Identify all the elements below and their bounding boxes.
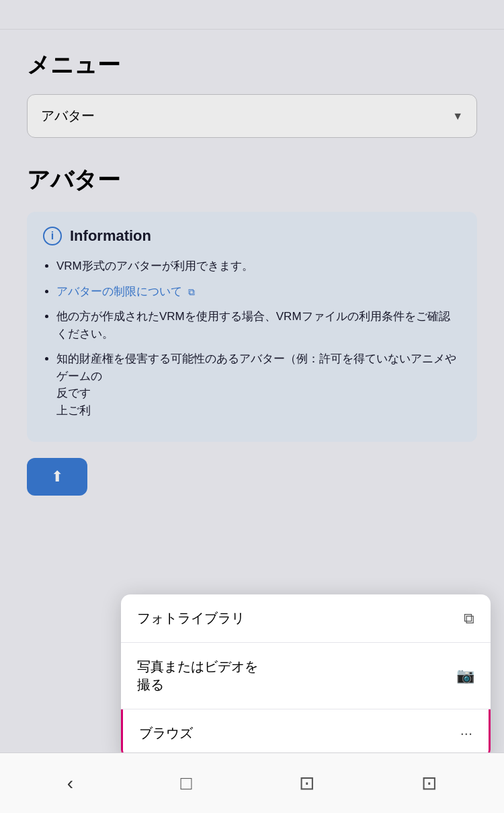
share-icon: ⊡ — [421, 772, 437, 794]
bookmark-icon: ⊡ — [299, 772, 314, 794]
page-container: メニュー アバター ▼ アバター i Information VRM形式のアバタ… — [0, 0, 504, 813]
back-icon: ‹ — [67, 773, 73, 794]
home-nav-button[interactable]: □ — [180, 773, 192, 794]
more-icon: ··· — [460, 725, 472, 742]
list-item-link[interactable]: アバターの制限について ⧉ — [56, 283, 461, 301]
avatar-dropdown[interactable]: アバター ▼ — [27, 94, 477, 138]
context-menu-item-browse[interactable]: ブラウズ ··· — [121, 709, 491, 759]
external-link-icon: ⧉ — [188, 286, 195, 297]
context-menu-item-photo-library[interactable]: フォトライブラリ ⧉ — [121, 594, 491, 643]
info-list: VRM形式のアバターが利用できます。 アバターの制限について ⧉ 他の方が作成さ… — [43, 258, 461, 419]
list-item-vrm: VRM形式のアバターが利用できます。 — [56, 258, 461, 275]
home-icon: □ — [180, 773, 192, 794]
top-bar — [0, 0, 504, 30]
share-nav-button[interactable]: ⊡ — [421, 772, 437, 794]
photo-library-label: フォトライブラリ — [137, 609, 245, 627]
main-content: メニュー アバター ▼ アバター i Information VRM形式のアバタ… — [0, 30, 504, 509]
photo-library-icon: ⧉ — [464, 610, 474, 627]
camera-icon: 📷 — [456, 667, 474, 685]
info-card-header: i Information — [43, 227, 461, 245]
context-menu-item-take-photo[interactable]: 写真またはビデオを撮る 📷 — [121, 643, 491, 709]
menu-section: メニュー アバター ▼ — [27, 50, 477, 138]
info-icon: i — [43, 227, 62, 245]
browse-label: ブラウズ — [139, 724, 193, 742]
back-button[interactable]: ‹ — [67, 773, 73, 794]
avatar-limit-link[interactable]: アバターの制限について ⧉ — [56, 285, 195, 298]
list-item-vrm-terms: 他の方が作成されたVRMを使用する場合、VRMファイルの利用条件をご確認ください… — [56, 308, 461, 342]
take-photo-label: 写真またはビデオを撮る — [137, 658, 258, 694]
chevron-down-icon: ▼ — [452, 110, 463, 122]
menu-section-title: メニュー — [27, 50, 477, 81]
info-card: i Information VRM形式のアバターが利用できます。 アバターの制限… — [27, 212, 477, 442]
info-card-title: Information — [70, 227, 151, 245]
bottom-nav: ‹ □ ⊡ ⊡ — [0, 752, 504, 813]
avatar-section: アバター i Information VRM形式のアバターが利用できます。 アバ… — [27, 165, 477, 496]
bookmark-nav-button[interactable]: ⊡ — [299, 772, 314, 794]
context-menu: フォトライブラリ ⧉ 写真またはビデオを撮る 📷 ブラウズ ··· — [121, 594, 491, 759]
upload-button[interactable]: ⬆ — [27, 458, 87, 496]
dropdown-selected-value: アバター — [41, 107, 95, 125]
list-item-ip: 知的財産権を侵害する可能性のあるアバター（例：許可を得ていないアニメやゲームの反… — [56, 350, 461, 419]
upload-icon: ⬆ — [51, 468, 63, 486]
avatar-section-title: アバター — [27, 165, 477, 196]
